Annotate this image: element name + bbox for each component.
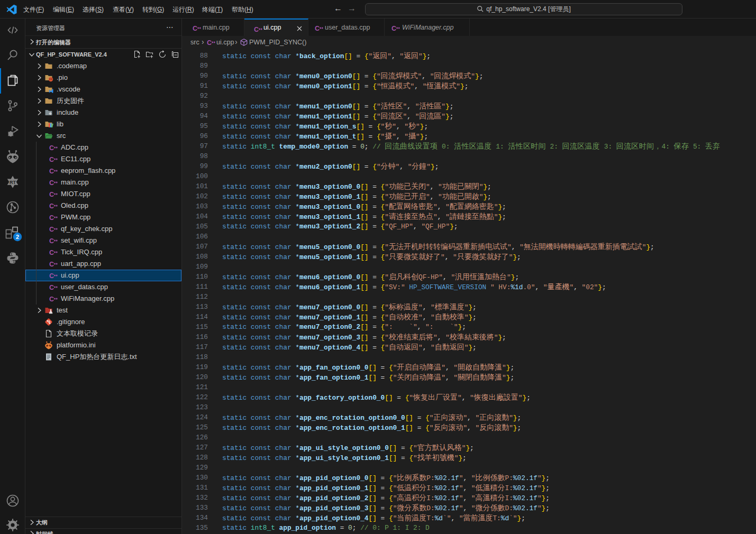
svg-text:C: C <box>49 214 54 222</box>
svg-text:C: C <box>49 191 54 198</box>
svg-text:C: C <box>49 144 54 152</box>
svg-text:C: C <box>49 237 54 245</box>
svg-text:RT: RT <box>10 180 16 185</box>
svg-text:C: C <box>49 272 54 280</box>
svg-text:C: C <box>49 296 54 303</box>
svg-text:C: C <box>254 26 259 33</box>
svg-text:C: C <box>315 25 320 32</box>
svg-text:C: C <box>49 226 54 233</box>
svg-text:C: C <box>49 202 54 210</box>
svg-text:2: 2 <box>16 234 19 240</box>
svg-text:C: C <box>193 25 197 32</box>
svg-text:C: C <box>49 168 54 175</box>
svg-text:C: C <box>49 261 54 268</box>
svg-text:C: C <box>49 156 54 163</box>
svg-text:C: C <box>207 39 212 47</box>
svg-text:C: C <box>49 179 54 187</box>
svg-text:C: C <box>49 249 54 256</box>
svg-text:C: C <box>391 25 396 32</box>
svg-text:C: C <box>49 284 54 291</box>
